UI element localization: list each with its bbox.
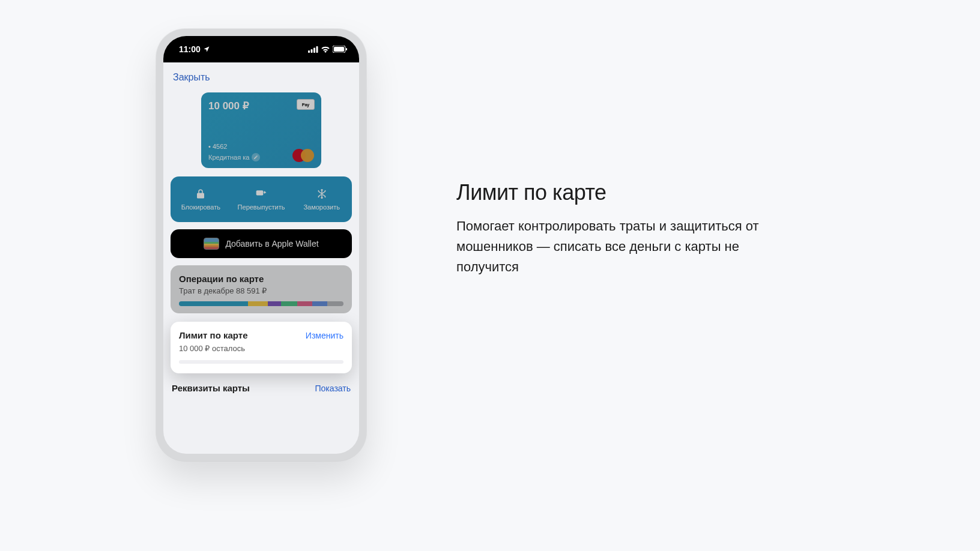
limit-progress-bar xyxy=(179,360,343,364)
svg-rect-5 xyxy=(334,47,344,52)
reissue-button[interactable]: Перевыпустить xyxy=(231,176,292,222)
operations-chart-bar xyxy=(179,301,343,306)
operations-segment xyxy=(327,301,343,306)
status-time: 11:00 xyxy=(179,44,201,54)
block-button[interactable]: Блокировать xyxy=(171,176,231,222)
limit-title: Лимит по карте xyxy=(179,330,247,340)
apple-pay-badge: Pay xyxy=(297,99,315,110)
svg-rect-6 xyxy=(346,48,347,50)
apple-wallet-icon xyxy=(204,238,219,250)
bank-card[interactable]: 10 000 ₽ Pay • 4562 Кредитная ка xyxy=(201,92,321,168)
freeze-label: Заморозить xyxy=(303,203,340,211)
close-button[interactable]: Закрыть xyxy=(171,67,213,90)
operations-segment xyxy=(248,301,268,306)
operations-segment xyxy=(281,301,297,306)
phone-frame: 11:00 xyxy=(156,29,366,461)
reissue-icon xyxy=(255,188,267,200)
block-label: Блокировать xyxy=(181,203,220,211)
reissue-label: Перевыпустить xyxy=(238,203,285,211)
requisites-show-button[interactable]: Показать xyxy=(315,384,351,393)
screen-content: Закрыть 10 000 ₽ Pay • 4562 Кредитная ка xyxy=(163,62,359,454)
card-actions: Блокировать Перевыпустить xyxy=(171,176,352,222)
limit-subtitle: 10 000 ₽ осталось xyxy=(179,344,343,353)
add-to-apple-wallet-button[interactable]: Добавить в Apple Wallet xyxy=(171,229,352,258)
svg-rect-3 xyxy=(316,46,318,53)
operations-card[interactable]: Операции по карте Трат в декабре 88 591 … xyxy=(171,265,352,313)
operations-segment xyxy=(297,301,312,306)
marketing-copy: Лимит по карте Помогает контролировать т… xyxy=(456,180,793,277)
phone-screen: 11:00 xyxy=(163,36,359,454)
operations-segment xyxy=(312,301,327,306)
limit-change-button[interactable]: Изменить xyxy=(306,331,343,340)
svg-rect-1 xyxy=(311,49,313,53)
pencil-icon[interactable] xyxy=(252,153,260,161)
svg-rect-2 xyxy=(313,47,315,53)
requisites-title: Реквизиты карты xyxy=(172,383,250,393)
operations-segment xyxy=(268,301,281,306)
operations-subtitle: Трат в декабре 88 591 ₽ xyxy=(179,286,343,295)
freeze-button[interactable]: Заморозить xyxy=(291,176,352,222)
dimmed-background: Закрыть 10 000 ₽ Pay • 4562 Кредитная ка xyxy=(163,62,359,313)
operations-segment xyxy=(179,301,248,306)
phone-mockup: 11:00 xyxy=(156,29,366,461)
mastercard-icon xyxy=(292,149,314,162)
marketing-body: Помогает контролировать траты и защитить… xyxy=(456,216,793,277)
operations-title: Операции по карте xyxy=(179,274,343,284)
wifi-icon xyxy=(321,46,330,53)
wallet-label: Добавить в Apple Wallet xyxy=(225,239,318,248)
svg-rect-7 xyxy=(256,190,264,195)
requisites-row[interactable]: Реквизиты карты Показать xyxy=(172,383,351,393)
card-limit-panel[interactable]: Лимит по карте Изменить 10 000 ₽ осталос… xyxy=(171,322,352,373)
status-bar: 11:00 xyxy=(163,36,359,62)
signal-icon xyxy=(308,46,318,53)
snowflake-icon xyxy=(316,188,328,200)
location-arrow-icon xyxy=(203,46,210,53)
card-type-label: Кредитная ка xyxy=(208,153,260,161)
battery-icon xyxy=(333,46,347,53)
card-last4: • 4562 xyxy=(208,143,227,150)
svg-rect-0 xyxy=(308,50,310,53)
marketing-heading: Лимит по карте xyxy=(456,180,793,205)
lock-icon xyxy=(195,188,207,200)
